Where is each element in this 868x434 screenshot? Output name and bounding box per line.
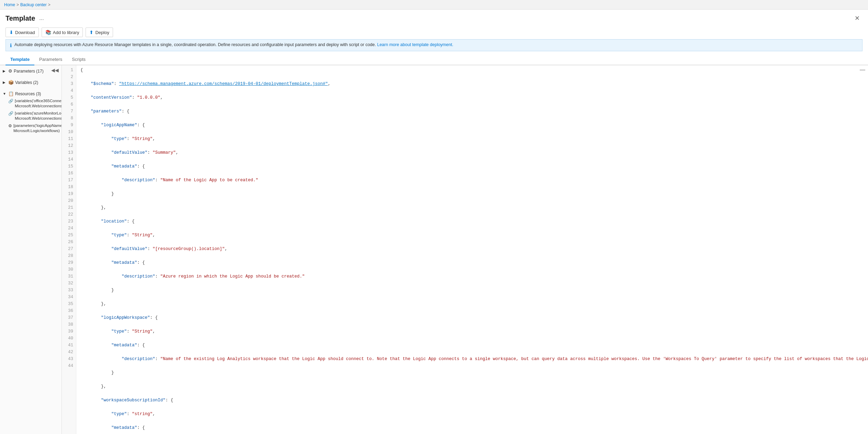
tab-scripts[interactable]: Scripts bbox=[67, 54, 90, 65]
params-icon: ⚙ bbox=[8, 68, 12, 74]
tree-node-resources[interactable]: ▼ 📋 Resources (3) bbox=[0, 90, 62, 97]
close-button[interactable]: ✕ bbox=[852, 13, 863, 23]
left-panel: ◀◀ ▶ ⚙ Parameters (17) ▶ 📦 Variables (2)… bbox=[0, 65, 62, 434]
download-button[interactable]: ⬇ Download bbox=[5, 28, 39, 37]
deploy-icon: ⬆ bbox=[89, 30, 93, 35]
arrow-icon-res: ▼ bbox=[3, 92, 7, 96]
main-content: ◀◀ ▶ ⚙ Parameters (17) ▶ 📦 Variables (2)… bbox=[0, 65, 868, 434]
deploy-label: Deploy bbox=[95, 30, 109, 35]
vars-icon: 📦 bbox=[8, 80, 14, 85]
tree-child-1[interactable]: 🔗 [variables('azureMonitorLogsConn...Mic… bbox=[0, 110, 62, 122]
info-icon: ℹ bbox=[10, 43, 12, 48]
arrow-icon-vars: ▶ bbox=[3, 80, 7, 84]
vars-label: Variables (2) bbox=[15, 80, 38, 85]
params-label: Parameters (17) bbox=[14, 69, 44, 74]
page-title: Template bbox=[5, 14, 35, 22]
page-title-row: Template ... bbox=[5, 14, 45, 22]
code-content: { "$schema": "https://schema.management.… bbox=[76, 65, 868, 434]
code-area: 12345 678910 1112131415 1617181920 21222… bbox=[62, 65, 868, 434]
breadcrumb-sep1: > bbox=[16, 2, 19, 7]
page-header: Template ... ✕ bbox=[0, 10, 868, 25]
minimize-button[interactable]: — bbox=[857, 65, 868, 74]
res-icon: 📋 bbox=[8, 91, 14, 96]
download-label: Download bbox=[15, 30, 35, 35]
breadcrumb-backup[interactable]: Backup center bbox=[20, 2, 47, 7]
add-to-library-button[interactable]: 📚 Add to library bbox=[42, 28, 83, 37]
more-button[interactable]: ... bbox=[38, 14, 45, 22]
tab-template[interactable]: Template bbox=[5, 54, 34, 65]
res-label: Resources (3) bbox=[15, 91, 41, 96]
tree-node-variables[interactable]: ▶ 📦 Variables (2) bbox=[0, 79, 62, 86]
tree-child-0[interactable]: 🔗 [variables('office365ConnectionNa...Mi… bbox=[0, 97, 62, 110]
line-numbers: 12345 678910 1112131415 1617181920 21222… bbox=[62, 65, 76, 434]
collapse-button[interactable]: ◀◀ bbox=[50, 67, 60, 74]
toolbar: ⬇ Download 📚 Add to library ⬆ Deploy bbox=[0, 25, 868, 39]
tree-child-2[interactable]: ⚙ [parameters('logicAppName')]Microsoft.… bbox=[0, 122, 62, 134]
tabs: Template Parameters Scripts bbox=[0, 54, 868, 65]
tree-section-variables: ▶ 📦 Variables (2) bbox=[0, 77, 62, 88]
tree-section-resources: ▼ 📋 Resources (3) 🔗 [variables('office36… bbox=[0, 88, 62, 137]
info-bar: ℹ Automate deploying resources with Azur… bbox=[5, 39, 863, 51]
tab-parameters[interactable]: Parameters bbox=[34, 54, 67, 65]
breadcrumb: Home > Backup center > bbox=[4, 2, 51, 7]
library-icon: 📚 bbox=[45, 30, 51, 35]
top-bar: Home > Backup center > bbox=[0, 0, 868, 10]
code-panel: — 12345 678910 1112131415 1617181920 212… bbox=[62, 65, 868, 434]
learn-more-link[interactable]: Learn more about template deployment. bbox=[377, 42, 453, 47]
download-icon: ⬇ bbox=[9, 30, 13, 35]
arrow-icon: ▶ bbox=[3, 69, 7, 73]
breadcrumb-home[interactable]: Home bbox=[4, 2, 15, 7]
add-label: Add to library bbox=[53, 30, 79, 35]
info-text: Automate deploying resources with Azure … bbox=[14, 42, 453, 47]
breadcrumb-sep2: > bbox=[48, 2, 51, 7]
deploy-button[interactable]: ⬆ Deploy bbox=[86, 28, 113, 37]
